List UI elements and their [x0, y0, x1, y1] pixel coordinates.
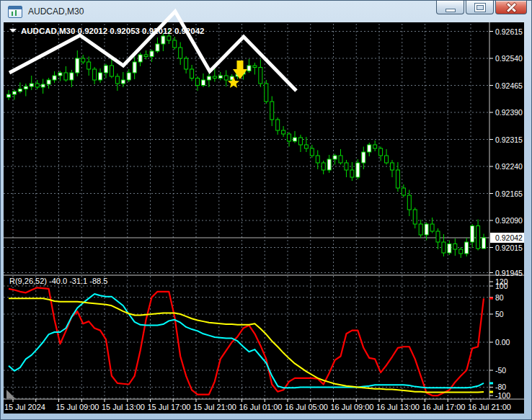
candle-bear: [390, 163, 394, 170]
candle-bear: [276, 120, 280, 130]
candle-bull: [127, 73, 130, 80]
indicator-label: R(9,26,52) -40.0 -31.1 -88.5: [9, 277, 107, 285]
maximize-button[interactable]: [466, 1, 494, 14]
price-axis-label: 0.91945: [495, 269, 523, 277]
close-button[interactable]: [495, 1, 527, 14]
chart-canvas[interactable]: 0.926150.925400.924650.923900.923150.922…: [4, 22, 524, 414]
candle-bear: [224, 76, 228, 80]
price-axis-label: 0.92165: [495, 189, 523, 198]
candle-bear: [185, 58, 188, 69]
candle-bear: [407, 195, 411, 210]
price-axis-label: 0.92240: [495, 162, 523, 171]
candle-bear: [115, 76, 119, 84]
oscillator-current-tick: [489, 382, 493, 384]
candle-bull: [482, 238, 486, 249]
candle-bull: [218, 76, 222, 79]
window-title: AUDCAD,M30: [28, 6, 84, 17]
title-bar[interactable]: AUDCAD,M30: [1, 1, 531, 22]
candle-bull: [362, 152, 365, 163]
candle-bull: [161, 36, 165, 44]
minimize-icon: [446, 9, 455, 12]
time-axis-label: 15 Jul 17:00: [148, 403, 191, 411]
oscillator-axis-label: 100: [495, 282, 508, 290]
time-axis-label: 16 Jul 01:00: [239, 403, 283, 411]
candle-bull: [448, 244, 451, 254]
price-axis-label: 0.92390: [495, 108, 523, 117]
candle-bear: [413, 210, 417, 224]
candle-bull: [327, 159, 331, 170]
time-axis-label: 15 Jul 2024: [4, 403, 45, 411]
candle-bull: [207, 76, 210, 80]
candle-bull: [356, 163, 360, 177]
oscillator-current-tick: [489, 298, 493, 300]
candle-bull: [121, 80, 125, 84]
candle-bull: [465, 242, 469, 254]
candle-bull: [368, 145, 371, 152]
candle-bear: [259, 68, 262, 84]
candle-bull: [133, 62, 136, 73]
candle-bull: [230, 76, 234, 80]
candle-bear: [310, 148, 314, 156]
candle-bear: [396, 170, 399, 188]
candle-bull: [70, 73, 74, 80]
candle-bull: [41, 84, 45, 87]
candle-bear: [64, 73, 68, 80]
oscillator-axis-label: 80: [495, 293, 504, 302]
candle-bull: [12, 91, 16, 94]
candle-bear: [436, 231, 440, 242]
time-axis-label: 16 Jul 21:00: [468, 403, 511, 411]
candle-bull: [471, 226, 474, 243]
candle-bull: [58, 73, 62, 76]
candle-bear: [253, 66, 257, 68]
candle-bear: [442, 242, 445, 253]
window-controls: [435, 1, 527, 14]
current-price-label: 0.92042: [495, 233, 523, 242]
candle-bear: [81, 58, 85, 62]
price-axis-label: 0.92015: [495, 243, 523, 252]
price-axis-label: 0.92315: [495, 135, 523, 144]
time-axis-label: 15 Jul 21:00: [193, 403, 236, 411]
candle-bear: [173, 40, 177, 48]
chart-area[interactable]: 0.926150.925400.924650.923900.923150.922…: [4, 22, 524, 414]
candle-bull: [425, 224, 428, 235]
candle-bear: [288, 134, 291, 141]
minimize-button[interactable]: [436, 1, 464, 14]
mt4-window: AUDCAD,M30 0.926150.925400.924650.923900…: [0, 0, 532, 420]
candle-bear: [476, 226, 480, 249]
candle-bear: [265, 84, 268, 102]
candle-bear: [196, 79, 200, 86]
candle-bull: [236, 74, 239, 76]
candle-bear: [304, 145, 308, 148]
candle-bear: [419, 224, 422, 235]
ohlc-header[interactable]: AUDCAD,M30 0.92012 0.92053 0.92012 0.920…: [9, 27, 204, 35]
candle-bear: [110, 66, 113, 76]
candle-bull: [47, 80, 50, 84]
time-axis-label: 15 Jul 09:00: [56, 403, 99, 411]
candle-bull: [7, 94, 11, 97]
candle-bear: [270, 102, 274, 120]
candle-bull: [30, 84, 33, 86]
candle-bull: [150, 51, 154, 57]
candle-bear: [453, 244, 457, 250]
candle-bull: [138, 55, 142, 62]
time-axis-label: 15 Jul 13:00: [102, 403, 145, 411]
candle-bear: [316, 156, 319, 163]
candle-bear: [345, 163, 348, 170]
candle-bear: [385, 156, 389, 163]
oscillator-axis-label: -100: [495, 391, 510, 400]
oscillator-axis-label: -50: [495, 366, 506, 375]
candle-bear: [190, 69, 194, 79]
oscillator-axis-label: 0.00: [495, 338, 510, 347]
candle-bull: [76, 58, 79, 73]
close-icon: [506, 2, 517, 13]
candle-bull: [99, 73, 102, 80]
candle-bear: [459, 249, 463, 254]
candle-bear: [298, 138, 302, 145]
price-axis-label: 0.92540: [495, 54, 523, 63]
candle-bear: [282, 130, 285, 134]
candle-bear: [430, 224, 434, 231]
price-axis-label: 0.92615: [495, 27, 523, 36]
candle-bull: [241, 71, 245, 75]
ohlc-header-text: AUDCAD,M30 0.92012 0.92053 0.92012 0.920…: [21, 27, 204, 35]
candle-bear: [339, 156, 342, 163]
